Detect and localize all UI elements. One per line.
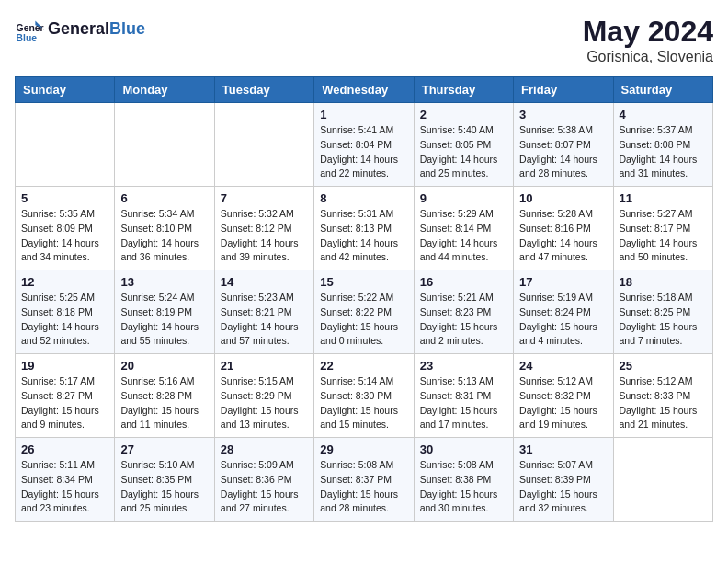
- day-number: 22: [320, 359, 407, 373]
- day-number: 6: [120, 191, 208, 205]
- day-number: 20: [120, 359, 208, 373]
- day-number: 2: [420, 108, 507, 121]
- day-number: 23: [420, 359, 507, 373]
- day-number: 7: [221, 191, 308, 205]
- calendar-cell: 22Sunrise: 5:14 AMSunset: 8:30 PMDayligh…: [314, 354, 414, 438]
- weekday-header: Wednesday: [314, 77, 414, 103]
- calendar-cell: 20Sunrise: 5:16 AMSunset: 8:28 PMDayligh…: [115, 354, 214, 438]
- day-info: Sunrise: 5:23 AMSunset: 8:21 PMDaylight:…: [221, 291, 308, 349]
- day-number: 10: [519, 191, 607, 205]
- day-info: Sunrise: 5:12 AMSunset: 8:32 PMDaylight:…: [519, 374, 607, 432]
- calendar-cell: 27Sunrise: 5:10 AMSunset: 8:35 PMDayligh…: [115, 438, 214, 522]
- day-number: 28: [221, 442, 308, 456]
- calendar-cell: [214, 103, 313, 187]
- calendar-cell: 30Sunrise: 5:08 AMSunset: 8:38 PMDayligh…: [414, 438, 513, 522]
- day-info: Sunrise: 5:28 AMSunset: 8:16 PMDaylight:…: [519, 207, 607, 265]
- day-number: 17: [519, 275, 607, 289]
- calendar-cell: 2Sunrise: 5:40 AMSunset: 8:05 PMDaylight…: [414, 103, 513, 187]
- calendar-cell: 13Sunrise: 5:24 AMSunset: 8:19 PMDayligh…: [115, 270, 214, 354]
- day-info: Sunrise: 5:37 AMSunset: 8:08 PMDaylight:…: [620, 123, 707, 181]
- month-year: May 2024: [583, 15, 713, 49]
- day-info: Sunrise: 5:09 AMSunset: 8:36 PMDaylight:…: [221, 458, 308, 516]
- calendar-cell: [16, 103, 115, 187]
- calendar-cell: 8Sunrise: 5:31 AMSunset: 8:13 PMDaylight…: [314, 187, 414, 270]
- day-info: Sunrise: 5:21 AMSunset: 8:23 PMDaylight:…: [420, 291, 507, 349]
- day-number: 18: [620, 275, 707, 289]
- calendar-cell: 18Sunrise: 5:18 AMSunset: 8:25 PMDayligh…: [613, 270, 712, 354]
- day-info: Sunrise: 5:08 AMSunset: 8:37 PMDaylight:…: [320, 458, 407, 516]
- day-info: Sunrise: 5:17 AMSunset: 8:27 PMDaylight:…: [21, 374, 108, 432]
- day-info: Sunrise: 5:31 AMSunset: 8:13 PMDaylight:…: [320, 207, 407, 265]
- day-number: 1: [320, 108, 407, 121]
- day-number: 13: [120, 275, 208, 289]
- day-info: Sunrise: 5:24 AMSunset: 8:19 PMDaylight:…: [120, 291, 208, 349]
- day-info: Sunrise: 5:38 AMSunset: 8:07 PMDaylight:…: [519, 123, 607, 181]
- day-number: 4: [620, 108, 707, 121]
- title-block: May 2024 Gorisnica, Slovenia: [583, 15, 713, 65]
- day-number: 9: [420, 191, 507, 205]
- day-info: Sunrise: 5:22 AMSunset: 8:22 PMDaylight:…: [320, 291, 407, 349]
- calendar-cell: 16Sunrise: 5:21 AMSunset: 8:23 PMDayligh…: [414, 270, 513, 354]
- svg-text:General: General: [17, 23, 44, 33]
- calendar-cell: [613, 438, 712, 522]
- day-info: Sunrise: 5:25 AMSunset: 8:18 PMDaylight:…: [21, 291, 108, 349]
- day-number: 30: [420, 442, 507, 456]
- day-number: 3: [519, 108, 607, 121]
- calendar-cell: 14Sunrise: 5:23 AMSunset: 8:21 PMDayligh…: [214, 270, 313, 354]
- day-info: Sunrise: 5:29 AMSunset: 8:14 PMDaylight:…: [420, 207, 507, 265]
- logo-icon: General Blue: [15, 15, 44, 44]
- page-header: General Blue GeneralBlue May 2024 Gorisn…: [15, 15, 713, 65]
- day-info: Sunrise: 5:11 AMSunset: 8:34 PMDaylight:…: [21, 458, 108, 516]
- day-info: Sunrise: 5:13 AMSunset: 8:31 PMDaylight:…: [420, 374, 507, 432]
- weekday-header: Monday: [115, 77, 214, 103]
- calendar-cell: 1Sunrise: 5:41 AMSunset: 8:04 PMDaylight…: [314, 103, 414, 187]
- day-info: Sunrise: 5:35 AMSunset: 8:09 PMDaylight:…: [21, 207, 108, 265]
- day-info: Sunrise: 5:10 AMSunset: 8:35 PMDaylight:…: [120, 458, 208, 516]
- day-info: Sunrise: 5:14 AMSunset: 8:30 PMDaylight:…: [320, 374, 407, 432]
- day-info: Sunrise: 5:18 AMSunset: 8:25 PMDaylight:…: [620, 291, 707, 349]
- logo-text: GeneralBlue: [48, 19, 145, 40]
- calendar-cell: 11Sunrise: 5:27 AMSunset: 8:17 PMDayligh…: [613, 187, 712, 270]
- day-number: 27: [120, 442, 208, 456]
- logo: General Blue GeneralBlue: [15, 15, 145, 44]
- day-number: 19: [21, 359, 108, 373]
- weekday-header: Saturday: [613, 77, 712, 103]
- day-number: 15: [320, 275, 407, 289]
- day-number: 14: [221, 275, 308, 289]
- day-number: 11: [620, 191, 707, 205]
- svg-text:Blue: Blue: [17, 33, 38, 43]
- day-info: Sunrise: 5:19 AMSunset: 8:24 PMDaylight:…: [519, 291, 607, 349]
- calendar-cell: 9Sunrise: 5:29 AMSunset: 8:14 PMDaylight…: [414, 187, 513, 270]
- calendar-cell: 24Sunrise: 5:12 AMSunset: 8:32 PMDayligh…: [514, 354, 613, 438]
- calendar-cell: 5Sunrise: 5:35 AMSunset: 8:09 PMDaylight…: [16, 187, 115, 270]
- day-info: Sunrise: 5:08 AMSunset: 8:38 PMDaylight:…: [420, 458, 507, 516]
- calendar-cell: [115, 103, 214, 187]
- calendar-cell: 15Sunrise: 5:22 AMSunset: 8:22 PMDayligh…: [314, 270, 414, 354]
- calendar-cell: 28Sunrise: 5:09 AMSunset: 8:36 PMDayligh…: [214, 438, 313, 522]
- calendar-cell: 4Sunrise: 5:37 AMSunset: 8:08 PMDaylight…: [613, 103, 712, 187]
- day-number: 16: [420, 275, 507, 289]
- weekday-header: Sunday: [16, 77, 115, 103]
- calendar-cell: 10Sunrise: 5:28 AMSunset: 8:16 PMDayligh…: [514, 187, 613, 270]
- calendar-table: SundayMondayTuesdayWednesdayThursdayFrid…: [15, 76, 713, 522]
- calendar-cell: 21Sunrise: 5:15 AMSunset: 8:29 PMDayligh…: [214, 354, 313, 438]
- weekday-header: Friday: [514, 77, 613, 103]
- calendar-cell: 17Sunrise: 5:19 AMSunset: 8:24 PMDayligh…: [514, 270, 613, 354]
- day-number: 21: [221, 359, 308, 373]
- weekday-header: Tuesday: [214, 77, 313, 103]
- day-info: Sunrise: 5:40 AMSunset: 8:05 PMDaylight:…: [420, 123, 507, 181]
- calendar-cell: 19Sunrise: 5:17 AMSunset: 8:27 PMDayligh…: [16, 354, 115, 438]
- day-number: 25: [620, 359, 707, 373]
- calendar-cell: 3Sunrise: 5:38 AMSunset: 8:07 PMDaylight…: [514, 103, 613, 187]
- day-number: 24: [519, 359, 607, 373]
- calendar-cell: 23Sunrise: 5:13 AMSunset: 8:31 PMDayligh…: [414, 354, 513, 438]
- day-number: 12: [21, 275, 108, 289]
- calendar-cell: 29Sunrise: 5:08 AMSunset: 8:37 PMDayligh…: [314, 438, 414, 522]
- location: Gorisnica, Slovenia: [583, 49, 713, 65]
- calendar-cell: 7Sunrise: 5:32 AMSunset: 8:12 PMDaylight…: [214, 187, 313, 270]
- day-info: Sunrise: 5:41 AMSunset: 8:04 PMDaylight:…: [320, 123, 407, 181]
- day-info: Sunrise: 5:16 AMSunset: 8:28 PMDaylight:…: [120, 374, 208, 432]
- day-info: Sunrise: 5:32 AMSunset: 8:12 PMDaylight:…: [221, 207, 308, 265]
- day-number: 5: [21, 191, 108, 205]
- calendar-cell: 6Sunrise: 5:34 AMSunset: 8:10 PMDaylight…: [115, 187, 214, 270]
